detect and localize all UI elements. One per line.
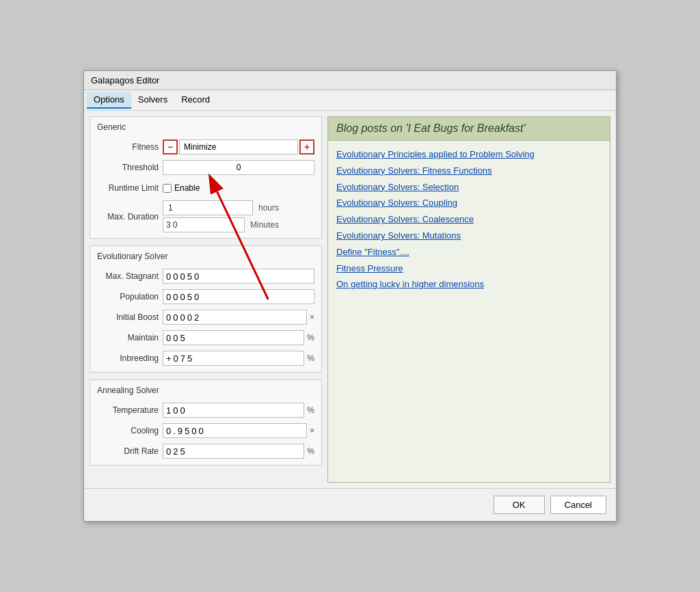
- population-label: Population: [97, 292, 159, 301]
- menu-item-solvers[interactable]: Solvers: [131, 92, 174, 109]
- fitness-plus-button[interactable]: +: [299, 139, 314, 154]
- blog-link-1[interactable]: Evolutionary Solvers: Fitness Functions: [336, 164, 602, 178]
- menu-item-options[interactable]: Options: [87, 92, 131, 109]
- maintain-group: 0 0 5 %: [163, 330, 314, 345]
- ib-d2: 0: [173, 312, 178, 323]
- temperature-suffix: %: [307, 405, 314, 415]
- ms-d4: 5: [187, 271, 192, 282]
- t-d2: 0: [173, 405, 178, 416]
- blog-link-2[interactable]: Evolutionary Solvers: Selection: [336, 180, 602, 195]
- m-d3: 5: [180, 333, 185, 343]
- fitness-minus-button[interactable]: −: [163, 139, 178, 154]
- inbreeding-label: Inbreeding: [97, 353, 159, 363]
- max-stagnant-row: Max. Stagnant 0 0 0 5 0: [97, 268, 314, 284]
- fitness-row: Fitness − Minimize +: [97, 139, 314, 155]
- duration-minutes-row: 3 0 Minutes: [163, 217, 279, 232]
- max-duration-label: Max. Duration: [97, 212, 159, 221]
- evolutionary-title: Evolutionary Solver: [97, 252, 314, 261]
- title-bar: Galapagos Editor: [84, 71, 616, 90]
- runtime-limit-label: Runtime Limit: [97, 183, 159, 193]
- runtime-limit-text: Enable: [174, 183, 200, 193]
- hours-input[interactable]: 1: [163, 200, 253, 215]
- fitness-value: Minimize: [179, 139, 298, 154]
- blog-link-3[interactable]: Evolutionary Solvers: Coupling: [336, 196, 602, 211]
- blog-link-6[interactable]: Define "Fitness"....: [336, 245, 602, 260]
- threshold-row: Threshold 0: [97, 159, 314, 176]
- pop-d1: 0: [166, 292, 171, 302]
- hours-digit-2: 1: [168, 203, 173, 213]
- blog-link-0[interactable]: Evolutionary Principles applied to Probl…: [336, 148, 602, 162]
- ms-d3: 0: [180, 271, 185, 282]
- drift-rate-input[interactable]: 0 2 5: [163, 444, 304, 459]
- ok-button[interactable]: OK: [494, 496, 545, 514]
- t-d3: 0: [180, 405, 185, 416]
- blog-header: Blog posts on 'I Eat Bugs for Breakfast': [328, 117, 610, 141]
- blog-link-5[interactable]: Evolutionary Solvers: Mutations: [336, 229, 602, 243]
- cancel-button[interactable]: Cancel: [550, 496, 606, 514]
- temperature-group: 1 0 0 %: [163, 403, 314, 418]
- initial-boost-row: Initial Boost 0 0 0 0 2 ×: [97, 309, 314, 325]
- temperature-label: Temperature: [97, 405, 159, 415]
- blog-link-8[interactable]: On getting lucky in higher dimensions: [336, 278, 602, 292]
- content-area: Generic Fitness − Minimize + Threshold 0: [84, 111, 616, 488]
- hours-unit: hours: [258, 203, 279, 213]
- window-title: Galapagos Editor: [91, 75, 159, 85]
- annealing-section: Annealing Solver Temperature 1 0 0 % Coo…: [90, 379, 322, 466]
- c-d4: 5: [185, 426, 189, 436]
- ms-d5: 0: [194, 271, 199, 282]
- cooling-label: Cooling: [97, 426, 159, 435]
- maintain-row: Maintain 0 0 5 %: [97, 329, 314, 346]
- menu-bar: Options Solvers Record: [84, 90, 616, 111]
- generic-section: Generic Fitness − Minimize + Threshold 0: [90, 116, 322, 239]
- initial-boost-suffix: ×: [310, 312, 314, 322]
- ib2-d2: 0: [174, 353, 178, 364]
- population-row: Population 0 0 0 5 0: [97, 288, 314, 305]
- population-input[interactable]: 0 0 0 5 0: [163, 289, 314, 304]
- inbreeding-group: + 0 7 5 %: [163, 351, 314, 366]
- drift-rate-label: Drift Rate: [97, 446, 159, 456]
- cooling-suffix: ×: [310, 426, 314, 435]
- threshold-value[interactable]: 0: [163, 160, 314, 175]
- dr-d3: 5: [180, 446, 185, 457]
- ib2-d4: 5: [187, 353, 192, 364]
- minutes-unit: Minutes: [250, 220, 279, 230]
- minutes-input[interactable]: 3 0: [163, 217, 245, 232]
- cooling-group: 0 . 9 5 0 0 ×: [163, 423, 314, 438]
- minutes-digit-2: 0: [173, 220, 178, 230]
- threshold-label: Threshold: [97, 163, 159, 172]
- menu-item-record[interactable]: Record: [174, 92, 217, 109]
- blog-link-7[interactable]: Fitness Pressure: [336, 262, 602, 276]
- maintain-suffix: %: [307, 333, 314, 342]
- fitness-group: − Minimize +: [163, 139, 314, 154]
- ib2-d3: 7: [180, 353, 185, 364]
- max-stagnant-label: Max. Stagnant: [97, 271, 159, 281]
- ib-d1: 0: [166, 312, 171, 323]
- maintain-input[interactable]: 0 0 5: [163, 330, 304, 345]
- initial-boost-label: Initial Boost: [97, 312, 159, 322]
- max-stagnant-input[interactable]: 0 0 0 5 0: [163, 269, 314, 284]
- evolutionary-section: Evolutionary Solver Max. Stagnant 0 0 0 …: [90, 245, 322, 373]
- m-d1: 0: [166, 333, 171, 343]
- footer: OK Cancel: [84, 488, 616, 521]
- initial-boost-input[interactable]: 0 0 0 0 2: [163, 310, 307, 325]
- c-d6: 0: [199, 426, 204, 436]
- left-panel: Generic Fitness − Minimize + Threshold 0: [90, 116, 322, 483]
- inbreeding-row: Inbreeding + 0 7 5 %: [97, 350, 314, 366]
- ib-d3: 0: [180, 312, 185, 323]
- c-d2: .: [173, 426, 176, 436]
- generic-title: Generic: [97, 122, 314, 132]
- inbreeding-input[interactable]: + 0 7 5: [163, 351, 304, 366]
- runtime-limit-row: Runtime Limit Enable: [97, 180, 314, 196]
- ms-d2: 0: [173, 271, 178, 282]
- blog-link-4[interactable]: Evolutionary Solvers: Coalescence: [336, 213, 602, 227]
- t-d1: 1: [166, 405, 171, 416]
- pop-d3: 0: [180, 292, 185, 302]
- drift-rate-row: Drift Rate 0 2 5 %: [97, 443, 314, 459]
- temperature-input[interactable]: 1 0 0: [163, 403, 304, 418]
- duration-group: 1 hours 3 0 Minutes: [163, 200, 279, 232]
- cooling-input[interactable]: 0 . 9 5 0 0: [163, 423, 307, 438]
- maintain-label: Maintain: [97, 333, 159, 342]
- ib-d5: 2: [194, 312, 199, 323]
- runtime-limit-checkbox[interactable]: [163, 184, 172, 193]
- cooling-row: Cooling 0 . 9 5 0 0 ×: [97, 422, 314, 439]
